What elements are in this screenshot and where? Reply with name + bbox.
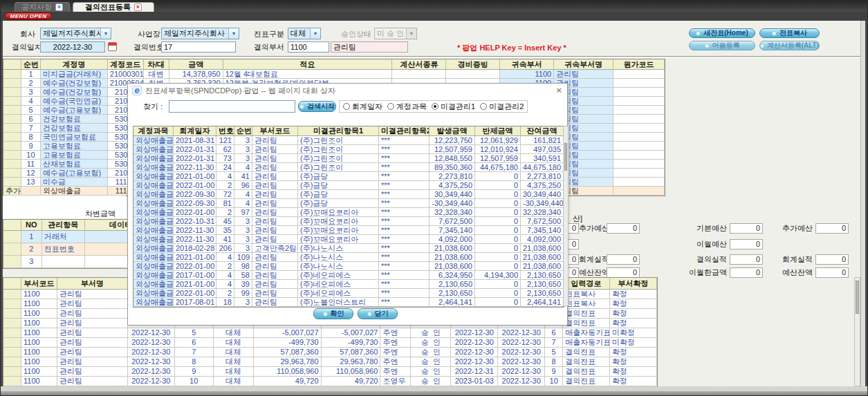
cell: 4,375,250: [430, 181, 475, 190]
tab-notice[interactable]: 공지사항 ×: [15, 2, 70, 12]
budget-field-label: 예산잔액: [763, 267, 815, 278]
budget-value-field[interactable]: 0: [607, 254, 640, 265]
cell: 고용보험료: [41, 142, 108, 151]
chevron-down-icon[interactable]: ▼: [100, 28, 111, 39]
cell: 관리팀: [252, 226, 298, 235]
table-row[interactable]: 외상매출금2022-09-30814관리팀(주)금당***-30,349,440…: [133, 199, 564, 208]
bill-register-button[interactable]: 어음등록: [689, 41, 755, 50]
table-row[interactable]: 1100관리팀2022-12-305대체-5,007,027-5,007,027…: [3, 328, 657, 338]
slip-dept-code-input[interactable]: 1100: [288, 41, 329, 53]
radio-option[interactable]: 미결관리2: [480, 102, 524, 112]
table-row[interactable]: 1100관리팀2022-12-307대체57,087,36057,087,360…: [3, 348, 657, 357]
cell: 44,675,180: [475, 163, 521, 172]
table-row[interactable]: 외상매출금2022-01-00297관리팀(주)꼬매요코리아***32,328,…: [133, 208, 564, 217]
tab-close-icon[interactable]: ×: [55, 3, 63, 11]
cell: 10: [21, 151, 41, 160]
cell: 29,963,780: [254, 357, 322, 367]
table-row[interactable]: 1100관리팀2022-12-309대체110,058,960110,058,9…: [3, 367, 657, 377]
table-row[interactable]: 외상매출금2021-01-00441관리팀(주)금당***2,273,81002…: [133, 172, 564, 181]
column-header: 귀속부서명: [554, 59, 613, 70]
open-item-scrollbar[interactable]: [563, 126, 569, 306]
radio-option[interactable]: 회계일자: [343, 102, 382, 112]
table-row[interactable]: 외상매출금2022-01-31733관리팀(주)그린조이***12,848,55…: [133, 154, 564, 163]
table-row[interactable]: 외상매출금2017-01-00458관리팀(주)네오피에스***6,324,95…: [133, 271, 564, 280]
radio-icon[interactable]: [480, 103, 487, 110]
cell: 관리팀: [252, 217, 298, 226]
table-row[interactable]: 외상매출금2022-01-00299관리팀(주)네오피에스***2,130,65…: [133, 289, 564, 298]
table-row[interactable]: 외상매출금2018-02-282063고객만족2팀(J2(주)나노시스***21…: [133, 244, 564, 253]
scrollbar-thumb[interactable]: [564, 143, 567, 171]
cell: 1100: [21, 377, 57, 386]
budget-value-field[interactable]: 0: [815, 254, 849, 265]
cell: 2: [216, 208, 234, 217]
table-row[interactable]: 외상매출금2022-11-30413관리팀(주)꼬매요코리아***4,092,0…: [133, 235, 564, 244]
budget-value-field[interactable]: 0: [607, 223, 640, 234]
close-icon[interactable]: ×: [556, 86, 562, 95]
table-row[interactable]: 외상매출금2022-11-30353관리팀(주)꼬매요코리아***7,345,1…: [133, 226, 564, 235]
cell: 7,345,140: [521, 226, 564, 235]
calendar-icon[interactable]: [108, 42, 117, 51]
table-row[interactable]: 외상매출금2022-11-30244관리팀(주)그린조이***89,350,36…: [133, 163, 564, 172]
cell: 대체: [214, 338, 254, 348]
budget-value-field[interactable]: 0: [815, 223, 849, 234]
table-row[interactable]: 외상매출금2021-01-00439관리팀(주)네오피에스***2,130,65…: [133, 280, 564, 289]
chevron-down-icon[interactable]: ▼: [310, 28, 320, 39]
radio-icon[interactable]: [432, 103, 438, 110]
cell: 2,464,141: [521, 298, 564, 307]
cell: 9: [545, 367, 563, 377]
confirm-button[interactable]: 확인: [313, 308, 353, 319]
cell: 1100: [21, 299, 57, 309]
table-row[interactable]: 외상매출금2022-09-30724관리팀(주)금당***30,349,4400…: [133, 190, 564, 199]
cell: 8: [21, 133, 41, 142]
new-slip-button[interactable]: 새전표(Home): [689, 28, 755, 38]
budget-value-field[interactable]: 0: [730, 267, 763, 278]
radio-option[interactable]: 계정과목: [387, 102, 427, 112]
radio-icon[interactable]: [387, 103, 394, 110]
budget-value-field[interactable]: 0: [730, 223, 763, 234]
table-row[interactable]: 외상매출금2022-01-00298관리팀(주)나노시스***21,038,60…: [133, 262, 564, 271]
bottom-table-scrollbar[interactable]: [854, 277, 860, 386]
table-row[interactable]: 1100관리팀2022-12-3010대체49,72049,720조영우승 인2…: [3, 377, 657, 386]
site-select[interactable]: 제일저지주식회사 ▼: [161, 28, 239, 39]
search-input[interactable]: [169, 100, 295, 113]
tab-slip-entry[interactable]: 결의전표등록 ×: [73, 2, 154, 12]
copy-slip-button[interactable]: 전표복사: [759, 28, 820, 38]
table-row[interactable]: 외상매출금2022-01-31623관리팀(주)그린조이***12,507,95…: [133, 145, 564, 154]
slip-type-value: 대체: [288, 28, 310, 39]
radio-option[interactable]: 미결관리1: [432, 102, 475, 112]
budget-value-field[interactable]: 0: [730, 254, 763, 265]
search-start-button[interactable]: 검색시작: [298, 101, 336, 112]
budget-value-field[interactable]: 0: [730, 239, 763, 249]
table-row[interactable]: 1100관리팀2022-12-306대체-499,730-499,730주엔승 …: [3, 338, 657, 348]
column-header: 부서코드: [21, 278, 57, 290]
cell: 대체: [214, 357, 254, 367]
table-row[interactable]: 1미지급금(거래처)21000301대변14,378,95012월 4대보험료1…: [3, 70, 665, 79]
ie-icon: e: [132, 86, 142, 95]
invoice-register-button[interactable]: 계산서등록(ALT): [759, 41, 820, 50]
budget-value-field[interactable]: 0: [815, 267, 849, 278]
table-row[interactable]: 외상매출금2021-01-004109관리팀(주)나노시스***21,038,6…: [133, 253, 564, 262]
cell: 97: [234, 208, 252, 217]
chevron-down-icon[interactable]: ▼: [228, 28, 239, 39]
radio-icon[interactable]: [343, 103, 350, 110]
table-row[interactable]: 외상매출금2021-08-311213관리팀(주)그린조이***12,223,7…: [133, 136, 564, 145]
table-row[interactable]: 외상매출금2022-10-31453관리팀(주)꼬매요코리아***7,672,5…: [133, 217, 564, 226]
table-row[interactable]: 외상매출금2022-01-00296관리팀(주)금당***4,375,25004…: [133, 181, 564, 190]
scrollbar-thumb[interactable]: [856, 281, 859, 314]
cell: 외상매출금: [133, 181, 174, 190]
slip-date-input[interactable]: 2022-12-30: [40, 41, 105, 53]
close-button[interactable]: 닫기: [358, 308, 398, 319]
column-header: 입력경로: [563, 278, 610, 290]
slip-date-label: 결의일자: [12, 41, 42, 53]
cell: 확정: [610, 299, 657, 309]
slip-no-input[interactable]: 17: [161, 41, 236, 53]
cell: [3, 377, 21, 386]
slip-type-select[interactable]: 대체 ▼: [288, 28, 321, 39]
tab-close-icon[interactable]: ×: [134, 3, 142, 11]
company-select[interactable]: 제일저지주식회사 ▼: [40, 28, 111, 39]
cell: [613, 106, 665, 115]
table-row[interactable]: 1100관리팀2022-12-308대체29,963,78029,963,780…: [3, 357, 657, 367]
budget-value-field[interactable]: 0: [607, 267, 640, 278]
table-row[interactable]: 외상매출금2017-08-01183관리팀(주)노블인더스트리***2,464,…: [133, 298, 564, 307]
menu-open-badge[interactable]: MENU OPEN: [5, 12, 52, 20]
